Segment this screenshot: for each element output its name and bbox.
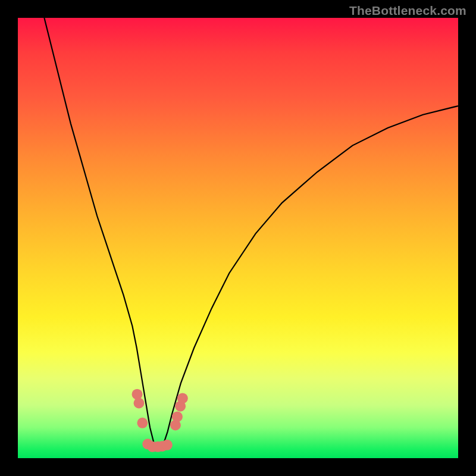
highlight-markers [132, 389, 188, 452]
curve-svg [18, 18, 458, 458]
marker-point [134, 398, 145, 409]
plot-area [18, 18, 458, 458]
marker-point [162, 440, 173, 450]
marker-point [137, 418, 148, 428]
marker-point [177, 393, 188, 403]
watermark-text: TheBottleneck.com [349, 4, 466, 18]
bottleneck-curve [44, 18, 458, 449]
chart-frame: TheBottleneck.com [0, 0, 476, 476]
marker-point [172, 411, 183, 422]
marker-point [132, 389, 143, 400]
